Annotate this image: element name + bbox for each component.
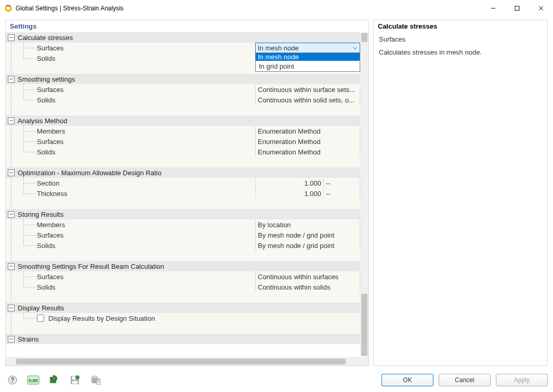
- help-icon[interactable]: ?: [5, 374, 20, 386]
- settings-tree: Calculate stresses Surfaces In mesh node: [6, 32, 368, 357]
- chevron-down-icon: [352, 44, 358, 52]
- row-analysis-solids[interactable]: Solids Enumeration Method: [6, 147, 360, 157]
- spacer: [6, 199, 360, 209]
- row-storing-solids[interactable]: Solids By mesh node / grid point: [6, 240, 360, 251]
- surfaces-dropdown-list: In mesh node In grid point: [255, 53, 360, 72]
- row-storing-members[interactable]: Members By location: [6, 219, 360, 230]
- cancel-button[interactable]: Cancel: [439, 374, 491, 386]
- row-smooth-surfaces[interactable]: Surfaces Continuous within surface sets.…: [6, 84, 360, 95]
- collapse-icon[interactable]: [8, 117, 15, 124]
- row-display-by-situation[interactable]: Display Results by Design Situation: [6, 313, 360, 323]
- svg-rect-2: [515, 6, 519, 10]
- collapse-icon[interactable]: [8, 76, 15, 83]
- dd-option-mesh[interactable]: In mesh node: [256, 53, 360, 61]
- save-icon[interactable]: [68, 374, 82, 386]
- svg-text:?: ?: [10, 376, 14, 384]
- group-analysis[interactable]: Analysis Method: [6, 115, 360, 126]
- svg-text:0,00: 0,00: [29, 378, 38, 383]
- spacer: [6, 323, 360, 334]
- row-analysis-surfaces[interactable]: Surfaces Enumeration Method: [6, 136, 360, 147]
- spacer: [6, 251, 360, 261]
- refresh-icon[interactable]: [47, 374, 61, 386]
- collapse-icon[interactable]: [8, 305, 15, 311]
- collapse-icon[interactable]: [8, 34, 15, 41]
- help-title: Calculate stresses: [374, 20, 547, 32]
- ok-button[interactable]: OK: [381, 374, 433, 386]
- vertical-scrollbar[interactable]: [360, 33, 368, 356]
- collapse-icon[interactable]: [8, 169, 15, 176]
- row-opt-thickness[interactable]: Thickness 1.000 --: [6, 188, 360, 199]
- svg-rect-10: [72, 381, 77, 384]
- row-smooth-solids[interactable]: Solids Continuous within solid sets, o..…: [6, 95, 360, 105]
- row-sbeam-solids[interactable]: Solids Continuous within solids: [6, 282, 360, 292]
- group-display[interactable]: Display Results: [6, 303, 360, 313]
- display-by-situation-checkbox[interactable]: [37, 315, 44, 322]
- row-sbeam-surfaces[interactable]: Surfaces Continuous within surfaces: [6, 271, 360, 282]
- minimize-button[interactable]: [481, 0, 505, 17]
- collapse-icon[interactable]: [8, 211, 15, 218]
- titlebar: Global Settings | Stress-Strain Analysis: [0, 0, 553, 17]
- row-opt-section[interactable]: Section 1.000 --: [6, 178, 360, 188]
- units-icon[interactable]: 0,00: [26, 374, 41, 386]
- spacer: [6, 157, 360, 167]
- row-calc-surfaces[interactable]: Surfaces In mesh node In mesh node In gr…: [6, 43, 360, 53]
- database-icon[interactable]: [88, 374, 103, 386]
- group-calculate-stresses[interactable]: Calculate stresses: [6, 32, 360, 43]
- surfaces-mesh-dropdown[interactable]: In mesh node In mesh node In grid point: [255, 43, 360, 53]
- close-button[interactable]: [529, 0, 553, 17]
- apply-button[interactable]: Apply: [496, 374, 548, 386]
- svg-point-11: [75, 375, 80, 380]
- help-line1: Surfaces: [379, 35, 542, 43]
- collapse-icon[interactable]: [8, 336, 15, 343]
- group-storing[interactable]: Storing Results: [6, 209, 360, 219]
- spacer: [6, 105, 360, 115]
- spacer: [6, 292, 360, 303]
- settings-header: Settings: [6, 20, 368, 32]
- svg-rect-7: [50, 377, 56, 383]
- dd-option-grid[interactable]: In grid point: [256, 61, 360, 71]
- collapse-icon[interactable]: [8, 263, 15, 270]
- svg-point-1: [7, 7, 10, 10]
- group-smoothing[interactable]: Smoothing settings: [6, 74, 360, 84]
- window-title: Global Settings | Stress-Strain Analysis: [16, 5, 481, 12]
- row-storing-surfaces[interactable]: Surfaces By mesh node / grid point: [6, 230, 360, 240]
- group-strains[interactable]: Strains: [6, 334, 360, 344]
- group-optimization[interactable]: Optimization - Maximum Allowable Design …: [6, 167, 360, 178]
- horizontal-scrollbar[interactable]: [6, 357, 368, 365]
- maximize-button[interactable]: [505, 0, 529, 17]
- app-icon: [4, 4, 12, 12]
- row-analysis-members[interactable]: Members Enumeration Method: [6, 126, 360, 136]
- help-line2: Calculates stresses in mesh node.: [379, 48, 542, 56]
- group-smoothing-beam[interactable]: Smoothing Settings For Result Beam Calcu…: [6, 261, 360, 271]
- svg-point-13: [91, 376, 98, 378]
